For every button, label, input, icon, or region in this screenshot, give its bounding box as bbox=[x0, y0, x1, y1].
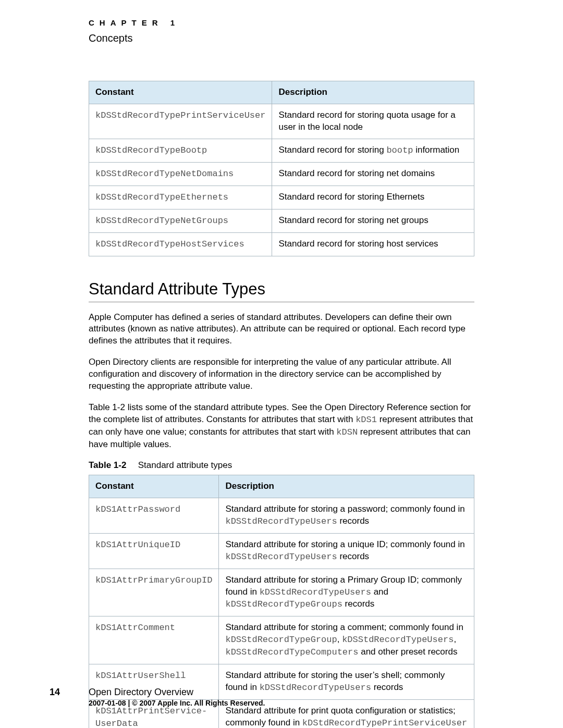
constant-name: kDS1AttrPassword bbox=[95, 504, 180, 514]
description-cell: Standard attribute for storing a passwor… bbox=[219, 498, 474, 533]
constant-name: kDS1AttrComment bbox=[95, 623, 175, 633]
description-cell: Standard record for storing host service… bbox=[272, 232, 474, 256]
description-cell: Standard attribute for storing a Primary… bbox=[219, 569, 474, 616]
description-cell: Standard record for storing Ethernets bbox=[272, 186, 474, 209]
description-cell: Standard record for storing net groups bbox=[272, 209, 474, 232]
constant-name: kDS1AttrPrintService- UserData bbox=[95, 706, 207, 728]
constant-cell: kDS1AttrPrimaryGroupID bbox=[89, 569, 219, 616]
table-header-constant: Constant bbox=[89, 475, 219, 498]
record-types-table: Constant Description kDSStdRecordTypePri… bbox=[89, 81, 474, 256]
table-row: kDS1AttrPrimaryGroupIDStandard attribute… bbox=[89, 569, 474, 616]
table-row: kDSStdRecordTypeNetGroupsStandard record… bbox=[89, 209, 474, 232]
code-literal: kDSStdRecordTypeComputers bbox=[225, 647, 358, 657]
table-row: kDS1AttrUniqueIDStandard attribute for s… bbox=[89, 533, 474, 569]
table-caption-title: Standard attribute types bbox=[138, 460, 232, 470]
constant-cell: kDS1AttrPassword bbox=[89, 498, 219, 533]
code-literal: bootp bbox=[386, 145, 413, 155]
code-literal: kDSStdRecordTypeUsers bbox=[260, 587, 371, 597]
constant-name: kDS1AttrUniqueID bbox=[95, 540, 180, 550]
chapter-label: CHAPTER 1 bbox=[89, 18, 474, 27]
constant-name: kDSStdRecordTypeEthernets bbox=[95, 192, 228, 202]
table-header-description: Description bbox=[272, 81, 474, 104]
table-header-description: Description bbox=[219, 475, 474, 498]
constant-name: kDS1AttrUserShell bbox=[95, 671, 186, 681]
table-row: kDSStdRecordTypeBootpStandard record for… bbox=[89, 139, 474, 162]
code-literal: kDSStdRecordTypeGroups bbox=[225, 599, 342, 609]
constant-name: kDS1AttrPrimaryGroupID bbox=[95, 575, 212, 585]
constant-cell: kDSStdRecordTypePrintServiceUser bbox=[89, 104, 272, 139]
table-row: kDSStdRecordTypeNetDomainsStandard recor… bbox=[89, 162, 474, 186]
constant-cell: kDS1AttrUniqueID bbox=[89, 533, 219, 569]
code-literal: kDStdRecordTypePrintServiceUser bbox=[302, 718, 467, 728]
constant-name: kDSStdRecordTypeNetDomains bbox=[95, 169, 234, 179]
table-caption-label: Table 1-2 bbox=[89, 460, 136, 471]
footer-title: Open Directory Overview bbox=[89, 687, 474, 698]
constant-name: kDSStdRecordTypePrintServiceUser bbox=[95, 110, 265, 120]
constant-cell: kDSStdRecordTypeEthernets bbox=[89, 186, 272, 209]
code-literal: kDSN bbox=[336, 427, 358, 437]
description-cell: Standard record for storing bootp inform… bbox=[272, 139, 474, 162]
constant-name: kDSStdRecordTypeNetGroups bbox=[95, 216, 228, 226]
constant-cell: kDSStdRecordTypeBootp bbox=[89, 139, 272, 162]
page-number: 14 bbox=[50, 687, 60, 698]
section-title: Standard Attribute Types bbox=[89, 280, 474, 302]
footer-copyright: 2007-01-08 | © 2007 Apple Inc. All Right… bbox=[89, 699, 474, 707]
section-paragraph-2: Open Directory clients are responsible f… bbox=[89, 356, 474, 392]
code-literal: kDSStdRecordTypeGroup bbox=[225, 635, 337, 645]
constant-name: kDSStdRecordTypeHostServices bbox=[95, 239, 244, 249]
table-row: kDS1AttrCommentStandard attribute for st… bbox=[89, 616, 474, 664]
table-caption: Table 1-2 Standard attribute types bbox=[89, 460, 474, 471]
table-row: kDSStdRecordTypePrintServiceUserStandard… bbox=[89, 104, 474, 139]
code-literal: kDSStdRecordTypeUsers bbox=[342, 635, 454, 645]
description-cell: Standard record for storing quota usage … bbox=[272, 104, 474, 139]
code-literal: kDS1 bbox=[356, 415, 377, 425]
constant-cell: kDSStdRecordTypeNetDomains bbox=[89, 162, 272, 186]
section-paragraph-3: Table 1-2 lists some of the standard att… bbox=[89, 402, 474, 451]
constant-cell: kDSStdRecordTypeNetGroups bbox=[89, 209, 272, 232]
code-literal: kDSStdRecordTypeUsers bbox=[225, 552, 337, 562]
description-cell: Standard attribute for storing a unique … bbox=[219, 533, 474, 569]
description-cell: Standard attribute for storing a comment… bbox=[219, 616, 474, 664]
table-row: kDSStdRecordTypeEthernetsStandard record… bbox=[89, 186, 474, 209]
constant-cell: kDSStdRecordTypeHostServices bbox=[89, 232, 272, 256]
description-cell: Standard record for storing net domains bbox=[272, 162, 474, 186]
table-row: kDSStdRecordTypeHostServicesStandard rec… bbox=[89, 232, 474, 256]
chapter-subtitle: Concepts bbox=[89, 32, 474, 44]
code-literal: kDSStdRecordTypeUsers bbox=[225, 516, 337, 526]
section-paragraph-1: Apple Computer has defined a series of s… bbox=[89, 312, 474, 348]
table-header-constant: Constant bbox=[89, 81, 272, 104]
constant-name: kDSStdRecordTypeBootp bbox=[95, 145, 207, 155]
constant-cell: kDS1AttrComment bbox=[89, 616, 219, 664]
page-footer: 14 Open Directory Overview 2007-01-08 | … bbox=[0, 687, 474, 707]
table-row: kDS1AttrPasswordStandard attribute for s… bbox=[89, 498, 474, 533]
